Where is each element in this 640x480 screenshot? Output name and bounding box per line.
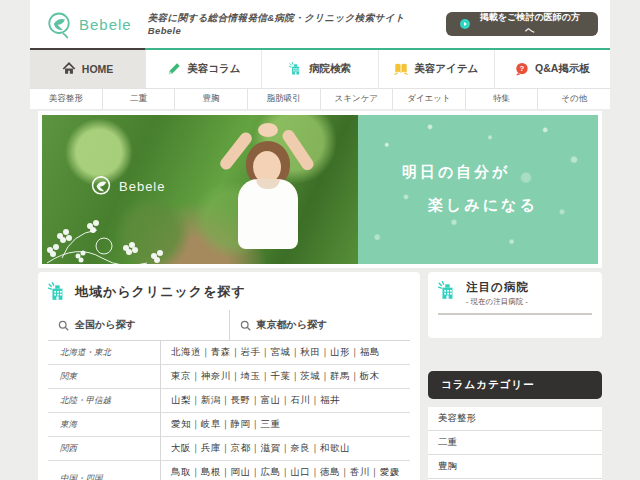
- featured-hospital-box: 注目の病院 - 現在の注目病院 -: [428, 272, 602, 338]
- clinic-search-title-text: 地域からクリニックを探す: [75, 283, 246, 301]
- search-icon: [240, 320, 251, 331]
- column-category-header[interactable]: コラムカテゴリー: [428, 371, 602, 399]
- tab-tokyo[interactable]: 東京都から探す: [229, 310, 411, 340]
- region-pref-links[interactable]: 東京｜神奈川｜埼玉｜千葉｜茨城｜群馬｜栃木: [160, 365, 410, 388]
- site-tagline: 美容に関する総合情報発信&病院・クリニック検索サイト Bebele: [148, 12, 446, 36]
- nav-label: Q&A掲示板: [535, 62, 590, 76]
- region-pref-links[interactable]: 北海道｜青森｜岩手｜宮城｜秋田｜山形｜福島: [160, 341, 410, 364]
- subnav-item-shibou[interactable]: 脂肪吸引: [247, 89, 320, 109]
- search-icon: [58, 320, 69, 331]
- nav-item-hospital-search[interactable]: 病院検索: [261, 50, 377, 88]
- table-row: 関西 大阪｜兵庫｜京都｜滋賀｜奈良｜和歌山: [48, 437, 410, 461]
- hospital-icon: [289, 62, 303, 76]
- tab-label: 全国から探す: [75, 318, 136, 332]
- sidebar: 注目の病院 - 現在の注目病院 - コラムカテゴリー 美容整形 二重 豊胸 脂肪…: [428, 272, 602, 480]
- table-row: 東海 愛知｜岐阜｜静岡｜三重: [48, 413, 410, 437]
- region-area-label: 北海道・東北: [48, 347, 160, 359]
- hero-catchcopy-panel: 明日の自分が 楽しみになる: [358, 115, 598, 264]
- qa-glyph: ?: [520, 64, 525, 73]
- featured-hospital-header: 注目の病院 - 現在の注目病院 -: [438, 280, 592, 315]
- nav-label: 美容アイテム: [414, 62, 478, 76]
- hero-catchcopy: 明日の自分が 楽しみになる: [358, 155, 598, 221]
- column-category-list: 美容整形 二重 豊胸 脂肪吸引: [428, 407, 602, 480]
- subnav-item-skincare[interactable]: スキンケア: [320, 89, 393, 109]
- region-area-label: 北陸・甲信越: [48, 395, 160, 407]
- clinic-search-title: 地域からクリニックを探す: [48, 282, 410, 302]
- hospital-icon: [438, 281, 458, 301]
- question-bubble-icon: ?: [515, 62, 529, 76]
- region-pref-links[interactable]: 山梨｜新潟｜長野｜富山｜石川｜福井: [160, 389, 410, 412]
- table-row: 北海道・東北 北海道｜青森｜岩手｜宮城｜秋田｜山形｜福島: [48, 341, 410, 365]
- pencil-icon: [167, 62, 181, 76]
- bird-logo-icon: [44, 9, 74, 39]
- global-nav: HOME 美容コラム 病院検索 美容アイテム ? Q&A掲示板: [30, 48, 610, 88]
- featured-hospital-subtitle: - 現在の注目病院 -: [466, 297, 529, 307]
- hero-photo: Bebele: [42, 115, 358, 264]
- category-subnav: 美容整形 二重 豊胸 脂肪吸引 スキンケア ダイエット 特集 その他: [30, 88, 610, 109]
- featured-hospital-title: 注目の病院: [466, 280, 529, 295]
- region-area-label: 関東: [48, 371, 160, 383]
- clinic-search-card: 地域からクリニックを探す 全国から探す 東京都から探す 北海道・東北 北海道｜青…: [38, 272, 420, 480]
- nav-item-qa-board[interactable]: ? Q&A掲示板: [494, 50, 610, 88]
- logo-text: Bebele: [79, 16, 132, 33]
- tab-nationwide[interactable]: 全国から探す: [48, 310, 229, 340]
- nav-label: 病院検索: [309, 62, 351, 76]
- table-row: 関東 東京｜神奈川｜埼玉｜千葉｜茨城｜群馬｜栃木: [48, 365, 410, 389]
- region-area-label: 関西: [48, 443, 160, 455]
- list-item[interactable]: 豊胸: [428, 455, 602, 479]
- nav-label: 美容コラム: [187, 62, 240, 76]
- nav-item-beauty-column[interactable]: 美容コラム: [145, 50, 261, 88]
- table-row: 北陸・甲信越 山梨｜新潟｜長野｜富山｜石川｜福井: [48, 389, 410, 413]
- subnav-item-sonota[interactable]: その他: [537, 89, 610, 109]
- home-icon: [62, 62, 76, 76]
- subnav-item-futae[interactable]: 二重: [102, 89, 175, 109]
- hero-logo-text: Bebele: [119, 179, 165, 194]
- region-area-label: 東海: [48, 419, 160, 431]
- region-pref-links[interactable]: 鳥取｜島根｜岡山｜広島｜山口｜徳島｜香川｜愛媛｜高知: [160, 461, 410, 480]
- doctor-signup-button[interactable]: 掲載をご検討の医師の方へ: [446, 12, 598, 36]
- region-table: 北海道・東北 北海道｜青森｜岩手｜宮城｜秋田｜山形｜福島 関東 東京｜神奈川｜埼…: [48, 341, 410, 480]
- nav-item-beauty-items[interactable]: 美容アイテム: [378, 50, 494, 88]
- subnav-item-biyouseikei[interactable]: 美容整形: [30, 89, 102, 109]
- catch-line-2: 楽しみになる: [358, 188, 598, 221]
- hero-banner[interactable]: Bebele 明日の自分が: [38, 111, 602, 268]
- region-pref-links[interactable]: 大阪｜兵庫｜京都｜滋賀｜奈良｜和歌山: [160, 437, 410, 460]
- bird-logo-icon: [88, 173, 114, 199]
- nav-item-home[interactable]: HOME: [30, 50, 145, 88]
- table-row: 中国・四国 鳥取｜島根｜岡山｜広島｜山口｜徳島｜香川｜愛媛｜高知: [48, 461, 410, 480]
- list-item[interactable]: 二重: [428, 431, 602, 455]
- woman-figure: [212, 127, 332, 264]
- search-tabs: 全国から探す 東京都から探す: [48, 310, 410, 341]
- doctor-signup-label: 掲載をご検討の医師の方へ: [476, 11, 584, 37]
- nav-label: HOME: [82, 63, 114, 75]
- subnav-item-tokushu[interactable]: 特集: [465, 89, 538, 109]
- region-pref-links[interactable]: 愛知｜岐阜｜静岡｜三重: [160, 413, 410, 436]
- region-area-label: 中国・四国: [48, 473, 160, 480]
- tab-label: 東京都から探す: [257, 318, 328, 332]
- flower-decoration: [42, 198, 192, 264]
- subnav-item-diet[interactable]: ダイエット: [392, 89, 465, 109]
- site-header: Bebele 美容に関する総合情報発信&病院・クリニック検索サイト Bebele…: [30, 0, 610, 48]
- page-container: Bebele 美容に関する総合情報発信&病院・クリニック検索サイト Bebele…: [30, 0, 610, 480]
- site-logo[interactable]: Bebele: [44, 9, 132, 39]
- book-icon: [394, 62, 408, 76]
- catch-line-1: 明日の自分が: [358, 155, 598, 188]
- play-circle-icon: [460, 19, 470, 29]
- list-item[interactable]: 美容整形: [428, 407, 602, 431]
- hospital-icon: [48, 282, 68, 302]
- main-content: 地域からクリニックを探す 全国から探す 東京都から探す 北海道・東北 北海道｜青…: [38, 272, 602, 480]
- hero-logo: Bebele: [88, 173, 165, 199]
- subnav-item-houkyou[interactable]: 豊胸: [174, 89, 247, 109]
